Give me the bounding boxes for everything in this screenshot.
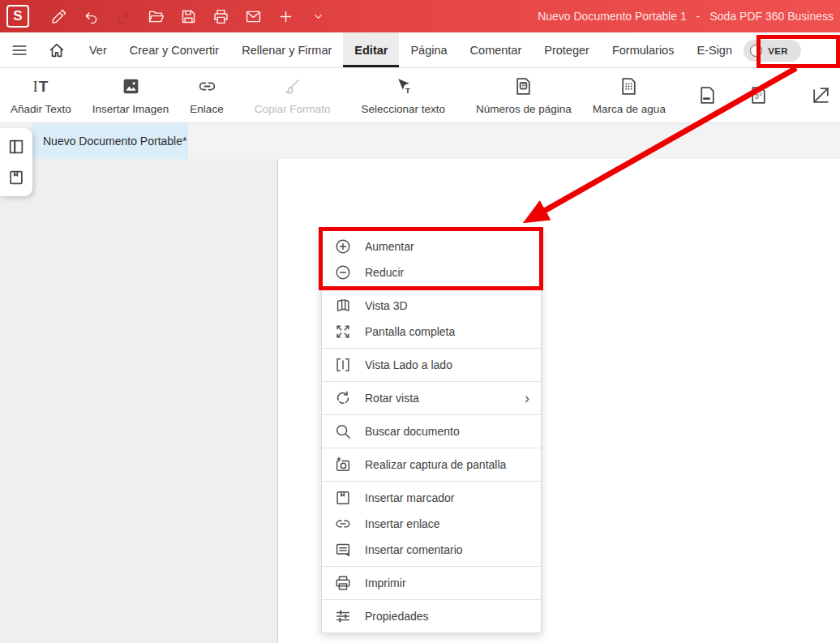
menu-tab-proteger[interactable]: Proteger [533,32,601,67]
panel-toggle-icon[interactable] [6,137,26,156]
whiteout-button[interactable] [801,85,840,106]
link-button[interactable]: Enlace [179,76,234,115]
menu-tab-formularios[interactable]: Formularios [601,32,686,67]
menu-item-buscar-documento[interactable]: Buscar documento [322,418,541,444]
active-document-tab[interactable]: Nuevo Documento Portable* [32,123,188,159]
menu-tab-esign[interactable]: E-Sign [685,32,744,67]
link-icon [197,76,217,97]
edit-toolbar: IT Añadir Texto Insertar Imagen Enlace C… [0,68,840,123]
bates-numbering-button[interactable] [739,85,778,106]
view-3d-icon [334,297,352,315]
page-numbers-icon [513,76,534,97]
copy-format-button: Copiar Formato [244,76,341,115]
print-menu-icon [334,574,352,592]
hamburger-menu-icon[interactable] [10,41,29,60]
comment-icon [334,541,352,559]
add-icon[interactable] [276,6,295,26]
menubar: Ver Crear y Convertir Rellenar y Firmar … [0,32,840,68]
menu-item-reducir[interactable]: Reducir [322,259,541,285]
search-icon [334,422,352,440]
window-title: Nuevo Documento Portable 1-Soda PDF 360 … [533,0,838,32]
insert-image-icon [121,76,141,97]
radio-circle-icon [750,45,762,57]
document-title: Nuevo Documento Portable 1 [538,10,687,23]
document-tab-bar: Nuevo Documento Portable* [0,123,840,159]
chevron-down-icon[interactable] [308,6,328,26]
bookmark-icon [334,489,352,507]
pen-tool-icon[interactable] [49,6,68,26]
zoom-in-icon [334,238,352,255]
zoom-out-icon [334,264,352,281]
header-footer-icon [697,85,718,106]
page-numbers-button[interactable]: Números de página [465,76,582,115]
header-footer-button[interactable] [688,85,727,106]
undo-icon[interactable] [81,6,101,26]
menu-item-captura-de-pantalla[interactable]: Realizar captura de pantalla [322,452,541,478]
ver-dropdown-menu: Aumentar Reducir Vista 3D Pantalla compl… [321,229,542,633]
menu-tab-crear-y-convertir[interactable]: Crear y Convertir [118,32,230,67]
properties-sliders-icon [334,607,352,625]
copy-format-brush-icon [282,76,302,97]
menu-item-insertar-enlace[interactable]: Insertar enlace [322,511,541,537]
rotate-view-icon [334,389,352,407]
side-by-side-icon [334,356,352,374]
menu-item-vista-3d[interactable]: Vista 3D [322,293,541,319]
menu-item-aumentar[interactable]: Aumentar [322,234,541,259]
document-tab-label: Nuevo Documento Portable* [43,135,186,148]
menu-item-insertar-comentario[interactable]: Insertar comentario [322,537,541,563]
home-icon[interactable] [47,41,66,60]
submenu-arrow-icon: › [525,391,529,405]
select-text-button[interactable]: Seleccionar texto [350,76,456,115]
screenshot-camera-icon [334,456,352,474]
bookmarks-panel-icon[interactable] [6,168,26,187]
add-text-icon: IT [32,76,49,97]
menu-item-imprimir[interactable]: Imprimir [322,570,541,596]
menu-tab-ver[interactable]: Ver [78,32,118,67]
whiteout-icon [811,85,831,106]
side-panel [0,128,32,196]
print-icon[interactable] [211,6,230,26]
menu-item-insertar-marcador[interactable]: Insertar marcador [322,485,541,511]
menu-tab-comentar[interactable]: Comentar [459,32,534,67]
soda-pdf-logo: S [6,5,29,28]
redo-icon [114,6,133,26]
titlebar: S Nuevo Documento Portable 1-Soda PDF 36… [0,0,840,32]
watermark-button[interactable]: Marca de agua [582,76,676,115]
app-name: Soda PDF 360 Business [709,10,834,23]
title-separator: - [696,10,701,23]
menu-tab-pagina[interactable]: Página [399,32,458,67]
watermark-icon [619,76,639,97]
ver-mode-button[interactable]: VER [744,40,801,62]
fullscreen-icon [334,323,352,341]
insert-image-button[interactable]: Insertar Imagen [82,76,180,115]
menu-tab-editar[interactable]: Editar [343,32,399,67]
insert-link-icon [334,515,352,533]
menu-item-vista-lado-a-lado[interactable]: Vista Lado a lado [322,352,541,378]
save-icon[interactable] [178,6,198,26]
menu-item-pantalla-completa[interactable]: Pantalla completa [322,319,541,345]
ver-button-label: VER [768,46,788,56]
menu-item-propiedades[interactable]: Propiedades [322,603,541,629]
open-file-icon[interactable] [146,6,165,26]
email-icon[interactable] [243,6,263,26]
select-text-cursor-icon [393,76,414,97]
bates-numbering-icon [748,85,769,106]
menu-item-rotar-vista[interactable]: Rotar vista › [322,385,541,411]
add-text-button[interactable]: IT Añadir Texto [0,76,82,115]
menu-tab-rellenar-y-firmar[interactable]: Rellenar y Firmar [230,32,343,67]
